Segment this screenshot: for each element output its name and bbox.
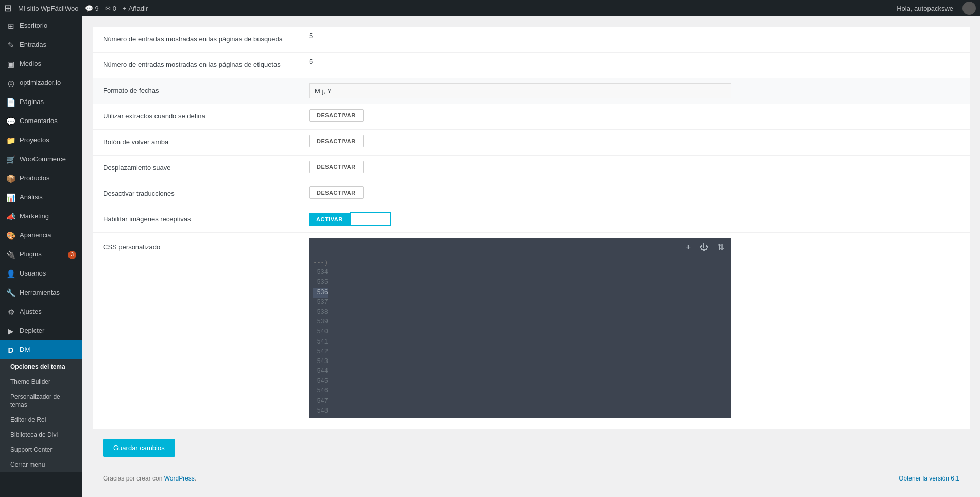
- line-534: 534: [313, 268, 328, 278]
- sidebar-item-divi[interactable]: D Divi: [0, 340, 82, 359]
- row-imagenes: Habilitar imágenes receptivas ACTIVAR: [93, 207, 970, 233]
- sidebar-item-productos[interactable]: 📦 Productos: [0, 169, 82, 188]
- sidebar-item-entradas[interactable]: ✎ Entradas: [0, 36, 82, 55]
- personalizador-label: Personalizador de temas: [10, 392, 76, 410]
- divi-arrow-indicator: [80, 347, 82, 353]
- version-link[interactable]: Obtener la versión 6.1: [899, 475, 959, 482]
- sidebar-item-escritorio[interactable]: ⊞ Escritorio: [0, 16, 82, 36]
- wp-logo-icon[interactable]: ⊞: [4, 3, 12, 14]
- comments-count[interactable]: 💬 9: [85, 5, 99, 12]
- line-541: 541: [313, 337, 328, 347]
- activate-toggle[interactable]: ACTIVAR: [309, 212, 391, 226]
- sidebar-item-apariencia[interactable]: 🎨 Apariencia: [0, 226, 82, 245]
- sidebar-item-optimizador[interactable]: ◎ optimizador.io: [0, 74, 82, 93]
- escritorio-icon: ⊞: [6, 21, 15, 31]
- sidebar-label: optimizador.io: [20, 78, 61, 88]
- sidebar-item-depicter[interactable]: ▶ Depicter: [0, 321, 82, 340]
- editor-body: ---) 534 535 536 537 538 539 540 541 542: [309, 256, 731, 418]
- messages-count[interactable]: ✉ 0: [105, 5, 116, 12]
- sidebar-item-marketing[interactable]: 📣 Marketing: [0, 207, 82, 226]
- editor-add-btn[interactable]: +: [684, 241, 693, 253]
- sidebar-label: Medios: [20, 59, 41, 68]
- sidebar-item-woocommerce[interactable]: 🛒 WooCommerce: [0, 150, 82, 169]
- sidebar-item-usuarios[interactable]: 👤 Usuarios: [0, 264, 82, 283]
- sidebar-item-plugins[interactable]: 🔌 Plugins 3: [0, 245, 82, 264]
- sidebar-submenu-personalizador[interactable]: Personalizador de temas: [0, 389, 82, 413]
- control-imagenes: ACTIVAR: [299, 207, 970, 231]
- control-desplazamiento: DESACTIVAR: [299, 156, 970, 178]
- css-code-textarea[interactable]: [332, 256, 731, 418]
- sidebar-submenu-theme-builder[interactable]: Theme Builder: [0, 374, 82, 389]
- line-537: 537: [313, 298, 328, 307]
- label-volver-arriba: Botón de volver arriba: [93, 130, 299, 153]
- control-extractos: DESACTIVAR: [299, 104, 970, 127]
- wordpress-link[interactable]: WordPress: [164, 475, 195, 482]
- footer: Gracias por crear con WordPress. Obtener…: [93, 467, 970, 490]
- activate-button[interactable]: ACTIVAR: [309, 213, 350, 226]
- comentarios-icon: 💬: [6, 116, 15, 127]
- user-avatar[interactable]: [962, 2, 976, 15]
- row-fecha: Formato de fechas M j, Y: [93, 78, 970, 104]
- sidebar-item-proyectos[interactable]: 📁 Proyectos: [0, 131, 82, 150]
- add-new[interactable]: + Añadir: [123, 5, 148, 12]
- sidebar-label: Marketing: [20, 212, 49, 221]
- toggle-volver-arriba[interactable]: DESACTIVAR: [309, 135, 364, 147]
- sidebar-item-comentarios[interactable]: 💬 Comentarios: [0, 112, 82, 131]
- sidebar-label: Escritorio: [20, 21, 47, 30]
- line-543: 543: [313, 357, 328, 367]
- sidebar-submenu-support[interactable]: Support Center: [0, 442, 82, 457]
- plus-icon: +: [123, 5, 127, 12]
- toggle-deactivate-volver-btn[interactable]: DESACTIVAR: [310, 135, 363, 147]
- sidebar-item-herramientas[interactable]: 🔧 Herramientas: [0, 283, 82, 302]
- line-548: 548: [313, 406, 328, 416]
- toggle-deactivate-traducciones-btn[interactable]: DESACTIVAR: [310, 187, 363, 198]
- site-name[interactable]: Mi sitio WpFácilWoo: [18, 5, 79, 12]
- sidebar-submenu-opciones-tema[interactable]: Opciones del tema: [0, 359, 82, 374]
- control-traducciones: DESACTIVAR: [299, 181, 970, 204]
- comment-icon: 💬: [85, 5, 93, 12]
- sidebar-item-analisis[interactable]: 📊 Análisis: [0, 188, 82, 207]
- line-542: 542: [313, 347, 328, 357]
- toggle-deactivate-btn[interactable]: DESACTIVAR: [310, 110, 363, 121]
- sidebar-item-paginas[interactable]: 📄 Páginas: [0, 93, 82, 112]
- label-imagenes: Habilitar imágenes receptivas: [93, 207, 299, 230]
- sidebar-item-ajustes[interactable]: ⚙ Ajustes: [0, 302, 82, 321]
- save-button[interactable]: Guardar cambios: [103, 439, 175, 457]
- control-etiquetas: 5: [299, 53, 970, 71]
- ajustes-icon: ⚙: [6, 306, 15, 317]
- value-busqueda: 5: [309, 32, 313, 40]
- woocommerce-icon: 🛒: [6, 154, 15, 165]
- sidebar-label: Usuarios: [20, 269, 46, 278]
- sidebar-label: Ajustes: [20, 307, 42, 316]
- editor-toolbar: + ⏻ ⇅: [309, 238, 731, 256]
- toggle-extractos[interactable]: DESACTIVAR: [309, 109, 364, 122]
- opciones-tema-label: Opciones del tema: [10, 363, 65, 371]
- sidebar-label: Análisis: [20, 193, 43, 202]
- row-volver-arriba: Botón de volver arriba DESACTIVAR: [93, 130, 970, 156]
- paginas-icon: 📄: [6, 97, 15, 108]
- usuarios-icon: 👤: [6, 268, 15, 279]
- sidebar-submenu-cerrar[interactable]: Cerrar menú: [0, 457, 82, 472]
- footer-text: Gracias por crear con: [103, 475, 162, 482]
- editor-power-btn[interactable]: ⏻: [698, 241, 710, 253]
- toggle-deactivate-desplazamiento-btn[interactable]: DESACTIVAR: [310, 161, 363, 173]
- cerrar-label: Cerrar menú: [10, 460, 45, 469]
- sidebar-label: Entradas: [20, 40, 46, 49]
- activate-input[interactable]: [350, 212, 391, 226]
- toggle-traducciones[interactable]: DESACTIVAR: [309, 186, 364, 199]
- sidebar-item-medios[interactable]: ▣ Medios: [0, 55, 82, 74]
- sidebar-submenu-editor-rol[interactable]: Editor de Rol: [0, 413, 82, 427]
- value-etiquetas: 5: [309, 58, 313, 65]
- line-540: 540: [313, 327, 328, 337]
- editor-arrows-btn[interactable]: ⇅: [715, 241, 726, 253]
- productos-icon: 📦: [6, 173, 15, 184]
- line-535: 535: [313, 278, 328, 287]
- control-fecha: M j, Y: [299, 78, 970, 104]
- settings-container: Número de entradas mostradas en las pági…: [93, 27, 970, 429]
- toggle-desplazamiento[interactable]: DESACTIVAR: [309, 161, 364, 173]
- line-538: 538: [313, 307, 328, 317]
- sidebar-submenu-biblioteca[interactable]: Biblioteca de Divi: [0, 427, 82, 442]
- sidebar-label: Productos: [20, 174, 50, 183]
- date-format-value[interactable]: M j, Y: [309, 83, 731, 98]
- row-desplazamiento: Desplazamiento suave DESACTIVAR: [93, 156, 970, 181]
